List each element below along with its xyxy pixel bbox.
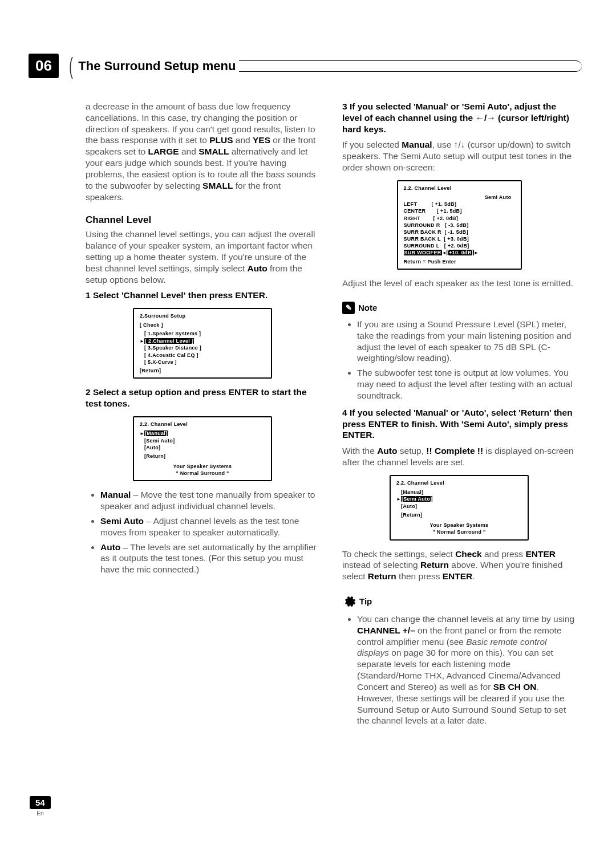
- arrow-left-right-icon: ←/→: [475, 113, 495, 123]
- text-bold: SMALL: [202, 181, 233, 190]
- osd-channel-levels: 2.2. Channel Level Semi Auto LEFT [ +1. …: [397, 180, 522, 270]
- osd-sys2: " Normal Surround ": [396, 529, 522, 535]
- text-bold: Check: [455, 549, 482, 559]
- osd-mode: Semi Auto: [404, 194, 515, 201]
- body-columns: a decrease in the amount of bass due low…: [86, 101, 576, 732]
- osd-sys1: Your Speaker Systems: [396, 522, 522, 529]
- pencil-icon: ✎: [342, 302, 355, 314]
- text-bold: ENTER: [525, 549, 556, 559]
- text: If you selected: [342, 140, 402, 149]
- text-bold: CHANNEL +/–: [357, 625, 415, 635]
- osd-return: [Return]: [144, 453, 165, 459]
- text-bold: Semi Auto: [100, 516, 144, 526]
- intro-para: a decrease in the amount of bass due low…: [86, 101, 319, 202]
- osd-row: RIGHT [ +2. 0dB]: [404, 215, 515, 222]
- option-list: Manual – Move the test tone manually fro…: [86, 489, 319, 575]
- tip-label: Tip: [359, 596, 372, 607]
- osd-row: SURR BACK R [ -1. 5dB]: [404, 229, 515, 235]
- step-3: 3 If you selected 'Manual' or 'Semi Auto…: [342, 101, 576, 135]
- text-bold: SMALL: [198, 147, 229, 156]
- osd-sys1: Your Speaker Systems: [140, 463, 265, 470]
- osd-row: SURROUND R [ -3. 5dB]: [404, 222, 515, 229]
- step-1: 1 Select 'Channel Level' then press ENTE…: [86, 290, 319, 301]
- chapter-number-badge: 06: [29, 54, 59, 78]
- left-column: a decrease in the amount of bass due low…: [86, 101, 319, 732]
- chapter-title: The Surround Setup menu: [78, 59, 236, 74]
- chapter-header: 06 ( The Surround Setup menu: [34, 54, 582, 78]
- tip-badge: Tip: [342, 595, 372, 608]
- text: and: [179, 147, 198, 156]
- right-column: 3 If you selected 'Manual' or 'Semi Auto…: [342, 101, 576, 732]
- text-bold: Manual: [100, 490, 131, 499]
- list-item: Auto – The levels are set automatically …: [100, 542, 319, 575]
- osd-return: [Return]: [140, 367, 265, 374]
- section-heading-channel-level: Channel Level: [86, 214, 319, 226]
- osd-item: [ 1.Speaker Systems ]: [144, 331, 201, 336]
- osd-title: 2.2. Channel Level: [140, 421, 265, 428]
- text-bold: ENTER: [443, 571, 473, 581]
- note-label: Note: [358, 302, 377, 313]
- list-item: If you are using a Sound Pressure Level …: [357, 319, 576, 364]
- cursor-arrow-icon: [396, 496, 401, 502]
- osd-item-selected: [ 2.Channel Level ]: [144, 338, 194, 344]
- osd-item: [Auto]: [144, 445, 160, 450]
- step-2: 2 Select a setup option and press ENTER …: [86, 387, 319, 409]
- text-bold: SB CH ON: [493, 682, 537, 692]
- osd-channel-level-options-2: 2.2. Channel Level [Manual] [Semi Auto] …: [390, 475, 529, 541]
- text: – The levels are set automatically by th…: [100, 542, 317, 575]
- step-3-desc: If you selected Manual, use ↑/↓ (cursor …: [342, 139, 576, 173]
- check-settings-text: To check the settings, select Check and …: [342, 549, 576, 582]
- note-badge: ✎ Note: [342, 302, 377, 314]
- text: setup,: [397, 446, 426, 456]
- chapter-title-wrap: ( The Surround Setup menu: [67, 59, 582, 74]
- osd-channel-level-options: 2.2. Channel Level [Manual] [Semi Auto] …: [133, 416, 272, 482]
- text-bold: !! Complete !!: [426, 446, 483, 456]
- gear-icon: [342, 595, 356, 608]
- note-list: If you are using a Sound Pressure Level …: [342, 319, 576, 401]
- cursor-arrow-icon: [140, 430, 144, 436]
- osd-item: [ 5.X-Curve ]: [144, 359, 177, 365]
- arrow-up-down-icon: ↑/↓: [454, 140, 465, 149]
- osd-item: [ 4.Acoustic Cal EQ ]: [144, 352, 198, 358]
- osd-title: 2.2. Channel Level: [396, 480, 522, 486]
- text: – Move the test tone manually from speak…: [100, 490, 315, 511]
- text: You can change the channel levels at any…: [357, 614, 574, 624]
- text-bold: YES: [253, 135, 270, 145]
- osd-return: Return = Push Enter: [404, 258, 515, 265]
- step-4: 4 If you selected 'Manual' or 'Auto', se…: [342, 407, 576, 441]
- osd-return: [Return]: [401, 512, 422, 518]
- page-number: 54: [30, 796, 51, 809]
- osd-row: LEFT [ +1. 5dB]: [404, 201, 515, 208]
- text-bold: Return: [368, 571, 396, 581]
- text: , use: [432, 140, 454, 149]
- list-item: Manual – Move the test tone manually fro…: [100, 489, 319, 512]
- osd-title: 2.2. Channel Level: [404, 185, 515, 192]
- tip-list: You can change the channel levels at any…: [342, 614, 576, 726]
- paren-left-icon: (: [69, 59, 73, 73]
- osd-row: CENTER [ +1. 5dB]: [404, 208, 515, 214]
- text-bold: LARGE: [148, 147, 179, 156]
- text: To check the settings, select: [342, 549, 455, 559]
- list-item: The subwoofer test tone is output at low…: [357, 367, 576, 401]
- text: .: [472, 571, 475, 581]
- osd-item-selected: [Semi Auto]: [401, 496, 432, 502]
- osd-row-selected: SUB WOOFER◄[+10. 0dB]►: [404, 249, 515, 257]
- text: With the: [342, 446, 377, 456]
- channel-intro: Using the channel level settings, you ca…: [86, 229, 319, 285]
- osd-row: SURROUND L [ +2. 0dB]: [404, 242, 515, 249]
- text-bold: Manual: [402, 140, 432, 149]
- step-4-desc: With the Auto setup, !! Complete !! is d…: [342, 445, 576, 468]
- adjust-level-text: Adjust the level of each speaker as the …: [342, 278, 576, 289]
- text-bold: Auto: [247, 263, 267, 273]
- cursor-arrow-icon: [140, 338, 144, 344]
- text: then press: [396, 571, 443, 581]
- osd-sys2: " Normal Surround ": [140, 470, 265, 477]
- lang-label: En: [30, 810, 51, 816]
- list-item: You can change the channel levels at any…: [357, 614, 576, 726]
- list-item: Semi Auto – Adjust channel levels as the…: [100, 515, 319, 538]
- osd-item: [ 3.Speaker Distance ]: [144, 345, 201, 351]
- osd-item: [Manual]: [401, 489, 423, 495]
- text-bold: Auto: [377, 446, 397, 456]
- text-bold: PLUS: [209, 135, 233, 145]
- osd-item-selected: [Manual]: [144, 430, 168, 436]
